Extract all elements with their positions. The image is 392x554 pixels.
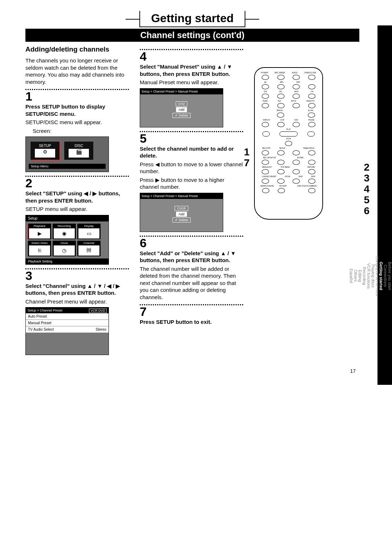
callout-right-5: 5 (364, 194, 369, 206)
step-result: The channel number will be added or dele… (140, 265, 243, 301)
key-4 (262, 94, 269, 99)
setup-disc-screen: SETUP⚙ DISC🎬 Setup Menu (25, 137, 109, 172)
tab-getting-started: Getting started (379, 261, 383, 291)
section-title: Channel settings (cont'd) (25, 29, 359, 42)
setup-button (277, 150, 285, 155)
tab-others: Others (354, 269, 358, 282)
setup-menu-screen: Setup Playback▶ Recording◉ Display▭ Sele… (25, 215, 109, 265)
down-button (293, 169, 300, 174)
step-instruction: Select "Channel" using ▲ / ▼ / ◀ / ▶ but… (25, 282, 129, 297)
tab-espanol: Español (349, 268, 354, 284)
step-number: 5 (140, 132, 243, 144)
tab-editing: Editing (358, 269, 362, 283)
step-result: Channel Preset menu will appear. (25, 298, 129, 305)
step-instruction: Select "SETUP" using ◀ / ▶ buttons, then… (25, 190, 129, 204)
step-text: Press ▶ button to move to a higher chann… (140, 176, 243, 191)
key-ch-up (308, 84, 315, 89)
step-instruction: Press SETUP button to exit. (140, 318, 243, 326)
enter-button (293, 160, 300, 165)
step-number: 4 (140, 50, 243, 62)
key-0 (277, 113, 284, 118)
step-number: 3 (25, 269, 129, 282)
step-text: Press ◀ button to move to a lower channe… (140, 161, 243, 175)
key-2 (277, 84, 285, 89)
left-button (277, 160, 285, 165)
callout-right-6: 6 (364, 205, 369, 217)
key-9 (293, 103, 300, 108)
key-1 (262, 84, 269, 89)
callout-right-2: 2 (364, 162, 369, 173)
tab-setup-menu: Changing the SETUP menu (375, 255, 379, 297)
channel-preset-screen: Setup > Channel Preset VCR DVD Auto Pres… (25, 307, 109, 355)
callout-left-7: 7 (244, 157, 250, 169)
side-tabs: Before you start Connections Getting sta… (377, 25, 392, 385)
right-button (308, 160, 315, 165)
page-number: 17 (25, 368, 359, 374)
manual-preset-screen-1: Setup > Channel Preset > Manual Preset C… (140, 88, 223, 127)
step-instruction: Select "Manual Preset" using ▲ / ▼ butto… (140, 63, 243, 77)
callout-right-3: 3 (364, 172, 369, 184)
key-ch-dn (308, 94, 315, 99)
tab-playing: Playing discs (371, 264, 375, 288)
step-subnote: Screen: (25, 127, 129, 135)
tab-vcr: VCR functions (367, 262, 371, 289)
key-8 (277, 103, 285, 108)
step-number: 1 (25, 90, 129, 102)
step-result: Manual Preset menu will appear. (140, 79, 243, 86)
step-number: 6 (140, 237, 243, 249)
key-6 (293, 94, 300, 99)
tab-connections: Connections (383, 264, 388, 288)
subsection-heading: Adding/deleting channels (25, 45, 129, 53)
intro-text: The channels you no longer receive or se… (25, 57, 129, 85)
tab-before: Before you start (388, 261, 392, 291)
callout-left-1: 1 (244, 146, 250, 158)
step-instruction: Select "Add" or "Delete" using ▲ / ▼ but… (140, 250, 243, 264)
key-7 (262, 103, 269, 108)
remote-diagram: 1 7 POWERREC SPEEDAUDIOOPEN/CLOSE @/.ABC… (254, 67, 359, 220)
chapter-title: Getting started (139, 11, 245, 27)
tab-recording: Recording (362, 266, 367, 286)
step-instruction: Press SETUP button to display SETUP/DISC… (25, 103, 129, 117)
step-number: 2 (25, 177, 129, 189)
step-instruction: Select the channel number to add or dele… (140, 145, 243, 159)
key-3 (293, 84, 300, 89)
key-5 (277, 94, 285, 99)
step-result: SETUP/DISC menu will appear. (25, 119, 129, 126)
step-number: 7 (140, 305, 243, 318)
up-button (293, 150, 300, 155)
callout-right-4: 4 (364, 183, 369, 195)
manual-preset-screen-2: Setup > Channel Preset > Manual Preset C… (140, 193, 223, 232)
step-result: SETUP menu will appear. (25, 205, 129, 213)
